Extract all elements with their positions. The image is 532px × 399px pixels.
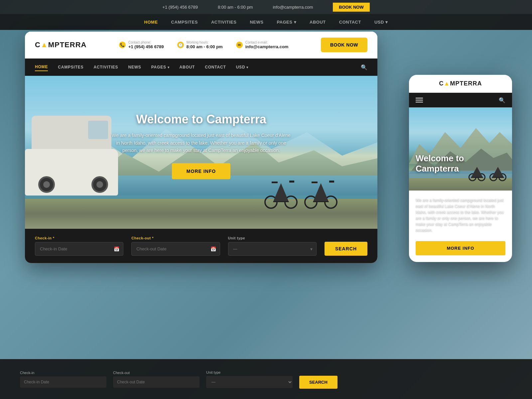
unit-field: Unit type — Tent Site RV Site Cabin ▾ — [228, 236, 317, 256]
camper-wheel-left — [38, 176, 55, 193]
nav-contact[interactable]: CONTACT — [205, 64, 226, 71]
nav-pages[interactable]: PAGES — [151, 64, 170, 71]
checkout-input-wrap: 📅 — [131, 242, 220, 256]
hours-contact: 🕐 Working hours: 8:00 am - 6:00 pm — [177, 41, 223, 49]
email-text: Contact e-mail: info@campterra.com — [245, 41, 289, 49]
bike2-handlebar — [329, 181, 334, 183]
email-value: info@campterra.com — [245, 44, 289, 49]
checkout-calendar-icon: 📅 — [210, 246, 216, 252]
mobile-header: C▲MPTERRA — [409, 75, 512, 93]
bg-email: info@campterra.com — [273, 5, 313, 10]
mobile-logo-accent: ▲ — [444, 80, 450, 87]
nav-usd[interactable]: USD — [236, 64, 249, 71]
bg-checkout-input[interactable] — [113, 376, 200, 388]
email-label: Contact e-mail: — [245, 41, 289, 44]
bg-nav-activities[interactable]: ACTIVITIES — [211, 20, 237, 25]
bg-search-btn[interactable]: SEARCH — [299, 376, 337, 389]
bg-nav-about[interactable]: ABOUT — [310, 20, 326, 25]
logo-accent: ▲ — [41, 41, 48, 49]
card-navbar: HOME CAMPSITES ACTIVITIES NEWS PAGES ABO… — [25, 59, 377, 76]
bg-nav-news[interactable]: NEWS — [250, 20, 263, 25]
clock-icon: 🕐 — [177, 42, 184, 48]
bg-unit-select[interactable]: — — [206, 376, 293, 388]
bike1-handlebar — [289, 181, 294, 183]
checkin-field: Check-in * 📅 — [35, 236, 123, 256]
bg-nav-usd[interactable]: USD ▾ — [374, 20, 388, 25]
phone-label: Contact phone: — [128, 41, 164, 44]
phone-value: +1 (954) 456 6789 — [128, 44, 164, 49]
bg-topbar: +1 (954) 456 6789 8:00 am - 6:00 pm info… — [0, 0, 532, 14]
hero-more-button[interactable]: MORE INFO — [172, 163, 230, 179]
hours-label: Working hours: — [187, 41, 223, 44]
bg-book-btn[interactable]: BOOK NOW — [333, 3, 369, 12]
bike-1 — [264, 179, 298, 209]
mobile-hero: Welcome toCampterra — [409, 107, 512, 191]
hero-title: Welcome to Campterra — [111, 112, 291, 126]
bg-phone: +1 (954) 456 6789 — [162, 5, 198, 10]
mobile-hero-title: Welcome toCampterra — [416, 153, 505, 174]
hamburger-menu[interactable] — [416, 98, 423, 102]
mail-icon: ✉ — [236, 42, 243, 48]
nav-campsites[interactable]: CAMPSITES — [58, 64, 83, 71]
checkout-input[interactable] — [131, 242, 220, 256]
booking-bar: Check-in * 📅 Check-out * 📅 Unit type — T… — [25, 229, 377, 263]
nav-about[interactable]: ABOUT — [180, 64, 195, 71]
bg-booking-bar: Check-in Check-out Unit type — SEARCH — [0, 359, 532, 399]
checkin-label: Check-in * — [35, 236, 123, 240]
bg-unit-label: Unit type — [206, 370, 293, 374]
email-contact: ✉ Contact e-mail: info@campterra.com — [236, 41, 289, 49]
desktop-logo: C▲MPTERRA — [35, 41, 86, 49]
phone-text: Contact phone: +1 (954) 456 6789 — [128, 41, 164, 49]
checkin-calendar-icon: 📅 — [114, 246, 119, 252]
camper-top — [32, 116, 111, 152]
mobile-navbar: 🔍 — [409, 93, 512, 107]
bg-nav-campsites[interactable]: CAMPSITES — [171, 20, 198, 25]
bg-nav-home[interactable]: HOME — [144, 20, 158, 25]
mobile-logo: C▲MPTERRA — [439, 80, 482, 87]
hours-value: 8:00 am - 6:00 pm — [187, 44, 223, 49]
bg-hours: 8:00 am - 6:00 pm — [218, 5, 253, 10]
search-button[interactable]: SEARCH — [325, 242, 367, 256]
bg-checkin-label: Check-in — [20, 371, 106, 375]
hamburger-line-1 — [416, 98, 423, 98]
unit-select[interactable]: — Tent Site RV Site Cabin — [228, 242, 317, 256]
mobile-hero-content: Welcome toCampterra — [409, 153, 512, 177]
nav-home[interactable]: HOME — [35, 63, 48, 71]
mobile-description: We are a family-oriented campground loca… — [416, 197, 505, 233]
book-now-button[interactable]: BOOK NOW — [321, 38, 367, 52]
bg-checkout-label: Check-out — [113, 371, 200, 375]
nav-activities[interactable]: ACTIVITIES — [93, 64, 118, 71]
checkout-label: Check-out * — [131, 236, 220, 240]
desktop-card: C▲MPTERRA 📞 Contact phone: +1 (954) 456 … — [25, 32, 377, 263]
hamburger-line-2 — [416, 100, 423, 100]
nav-search-icon[interactable]: 🔍 — [361, 64, 367, 70]
mobile-more-button[interactable]: MORE INFO — [416, 241, 505, 255]
bg-navbar: HOME CAMPSITES ACTIVITIES NEWS PAGES ▾ A… — [0, 14, 532, 30]
bike1-seat — [272, 182, 278, 183]
bg-checkin-field: Check-in — [20, 371, 106, 388]
hero-section: Welcome to Campterra We are a family-ori… — [25, 76, 377, 229]
bg-nav-pages[interactable]: PAGES ▾ — [277, 20, 296, 25]
mobile-search-icon[interactable]: 🔍 — [499, 97, 505, 103]
bg-nav-contact[interactable]: CONTACT — [339, 20, 361, 25]
bg-checkout-field: Check-out — [113, 371, 200, 388]
camper-wheel-right — [91, 176, 108, 193]
contact-info: 📞 Contact phone: +1 (954) 456 6789 🕐 Wor… — [119, 41, 288, 49]
bg-unit-field: Unit type — — [206, 370, 293, 388]
checkin-input[interactable] — [35, 242, 123, 256]
mobile-card: C▲MPTERRA 🔍 Welcome — [409, 75, 512, 262]
phone-icon: 📞 — [119, 42, 126, 48]
bike-2 — [304, 179, 337, 209]
camper-window — [88, 121, 108, 139]
unit-label: Unit type — [228, 236, 317, 240]
mobile-body: We are a family-oriented campground loca… — [409, 191, 512, 262]
bg-checkin-input[interactable] — [20, 376, 106, 388]
hours-text: Working hours: 8:00 am - 6:00 pm — [187, 41, 223, 49]
bike2-seat — [312, 182, 318, 183]
hero-content: Welcome to Campterra We are a family-ori… — [111, 112, 291, 179]
nav-news[interactable]: NEWS — [128, 64, 141, 71]
unit-dropdown-icon: ▾ — [310, 246, 313, 252]
camper-van — [25, 112, 125, 205]
checkout-field: Check-out * 📅 — [131, 236, 220, 256]
card-header: C▲MPTERRA 📞 Contact phone: +1 (954) 456 … — [25, 32, 377, 59]
